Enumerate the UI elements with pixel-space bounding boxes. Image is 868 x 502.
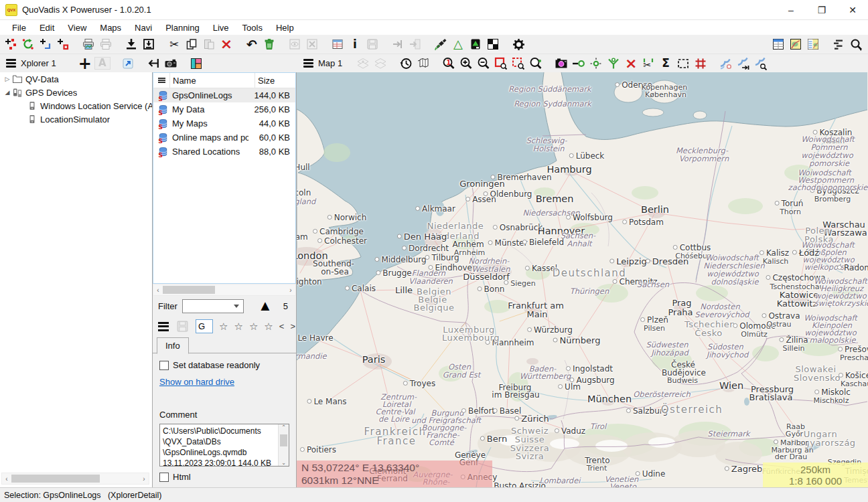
map-delete-icon[interactable]: × — [622, 56, 640, 72]
trash-icon[interactable] — [261, 36, 278, 52]
close-view-icon[interactable] — [303, 36, 321, 52]
tiles-icon[interactable] — [188, 56, 205, 72]
comment-vscrollbar[interactable]: ⌃ ⌄ — [278, 424, 289, 466]
layers-2-icon[interactable] — [372, 56, 389, 72]
map-view-icon[interactable] — [787, 36, 804, 52]
zoom-free-icon[interactable] — [527, 56, 545, 72]
show-on-drive-link[interactable]: Show on hard drive — [159, 377, 234, 387]
menu-navi[interactable]: Navi — [128, 23, 159, 33]
maximize-button[interactable]: ❐ — [806, 0, 837, 19]
paste-icon[interactable] — [200, 36, 218, 52]
readonly-checkbox[interactable] — [159, 361, 169, 370]
back-icon[interactable] — [145, 56, 162, 72]
list-hscroll-thumb[interactable] — [163, 286, 215, 294]
menu-tools[interactable]: Tools — [236, 23, 269, 33]
detail-filter-input[interactable] — [196, 319, 213, 333]
split-view-icon[interactable] — [804, 36, 822, 52]
new-track-icon[interactable] — [2, 36, 19, 52]
xplorer-menu-icon[interactable] — [2, 56, 19, 72]
menu-edit[interactable]: Edit — [33, 23, 61, 33]
save-icon[interactable] — [364, 36, 381, 52]
map-menu-icon[interactable] — [299, 56, 317, 72]
star-icon[interactable]: ☆ — [249, 321, 258, 333]
download-icon[interactable] — [140, 36, 157, 52]
print-map-icon[interactable] — [80, 36, 97, 52]
filter-triangle-icon[interactable]: ▲ — [258, 299, 273, 313]
search-icon[interactable] — [847, 36, 865, 52]
track-line-icon[interactable] — [570, 56, 587, 72]
fly-goto-icon[interactable] — [735, 56, 752, 72]
tree-expander-icon[interactable]: ▷ — [3, 76, 12, 82]
photo-map-icon[interactable] — [553, 56, 570, 72]
star-icon[interactable]: ☆ — [219, 321, 228, 333]
column-name[interactable]: Name — [169, 73, 255, 88]
file-row-online-maps-and-pois[interactable]: SOnline maps and pois60,0 KB — [153, 131, 295, 145]
rename-icon[interactable]: A — [94, 56, 111, 72]
zoom-in-icon[interactable] — [457, 56, 475, 72]
tree-item-windows-location-service-acc[interactable]: Windows Location Service (Acc — [0, 99, 152, 112]
statistics-icon[interactable]: Σ — [657, 56, 674, 72]
filter-combobox[interactable] — [182, 299, 244, 313]
zoom-window-icon[interactable] — [492, 56, 510, 72]
delete-icon[interactable]: × — [218, 36, 235, 52]
camera-icon[interactable] — [162, 56, 179, 72]
new-point-icon[interactable] — [54, 36, 72, 52]
comment-vscroll-thumb[interactable] — [280, 434, 287, 446]
menu-view[interactable]: View — [61, 23, 93, 33]
tree-hscroll-thumb[interactable] — [11, 475, 100, 483]
info-icon[interactable]: i — [346, 36, 364, 52]
fly-circle-icon[interactable] — [717, 56, 735, 72]
track-point-icon[interactable] — [587, 56, 605, 72]
close-button[interactable]: ✕ — [837, 0, 868, 19]
undo-icon[interactable]: ↶ — [243, 36, 261, 52]
zoom-select-icon[interactable] — [510, 56, 527, 72]
pattern-icon[interactable] — [484, 36, 502, 52]
html-checkbox[interactable] — [159, 473, 169, 482]
settings-gear-icon[interactable] — [510, 36, 527, 52]
list-hscrollbar[interactable]: ‹ › — [153, 284, 296, 296]
add-icon[interactable]: + — [76, 56, 94, 72]
menu-file[interactable]: File — [5, 23, 33, 33]
tree-hscroll-left-icon[interactable]: ‹ — [2, 475, 11, 483]
menu-help[interactable]: Help — [269, 23, 301, 33]
star-icon[interactable]: ☆ — [264, 321, 273, 333]
popout-icon[interactable] — [119, 56, 137, 72]
comment-box[interactable]: C:\Users\Public\Documents \QVX_Data\DBs … — [159, 424, 289, 467]
exit-icon[interactable] — [407, 36, 424, 52]
file-row-shared-locations[interactable]: SShared Locations88,0 KB — [153, 145, 295, 159]
next-icon[interactable]: > — [290, 321, 295, 331]
tree-item-qv-data[interactable]: ▷QV-Data — [0, 72, 152, 86]
list-menu-icon[interactable] — [153, 77, 169, 84]
scroll-down-icon[interactable]: ⌄ — [281, 460, 286, 466]
navigation-icon[interactable]: △ — [449, 36, 467, 52]
tab-info[interactable]: Info — [157, 337, 189, 354]
gps-satellite-icon[interactable] — [432, 36, 449, 52]
import-icon[interactable] — [123, 36, 140, 52]
tree-hscrollbar[interactable]: ‹ › — [1, 473, 149, 485]
convert-icon[interactable] — [19, 36, 37, 52]
fly-search-icon[interactable] — [752, 56, 770, 72]
tree-item-locationsimulator[interactable]: LocationSimulator — [0, 112, 152, 126]
map-view[interactable]: OdenseKopenhagenKøbenhavnRegion Süddänem… — [297, 72, 868, 487]
list-hscroll-right-icon[interactable]: › — [286, 286, 295, 294]
show-view-icon[interactable] — [286, 36, 303, 52]
zoom-100-icon[interactable]: 1 — [440, 56, 457, 72]
scroll-up-icon[interactable]: ⌃ — [281, 424, 286, 430]
table-view-icon[interactable] — [770, 36, 787, 52]
cut-track-icon[interactable]: ✂ — [640, 56, 657, 72]
column-size[interactable]: Size — [255, 73, 295, 88]
map-up-icon[interactable] — [467, 36, 484, 52]
file-row-my-data[interactable]: SMy Data256,0 KB — [153, 102, 295, 116]
layers-1-icon[interactable] — [354, 56, 372, 72]
prev-icon[interactable]: < — [279, 321, 285, 331]
menu-maps[interactable]: Maps — [93, 23, 128, 33]
table-icon[interactable] — [329, 36, 346, 52]
tree-hscroll-right-icon[interactable]: › — [139, 475, 149, 483]
copy-icon[interactable] — [183, 36, 200, 52]
menu-live[interactable]: Live — [206, 23, 236, 33]
tree-expander-icon[interactable]: ◢ — [3, 89, 12, 96]
detail-save-icon[interactable] — [175, 319, 190, 335]
select-rect-icon[interactable] — [674, 56, 692, 72]
print-icon[interactable] — [97, 36, 115, 52]
map-stack-icon[interactable] — [415, 56, 432, 72]
